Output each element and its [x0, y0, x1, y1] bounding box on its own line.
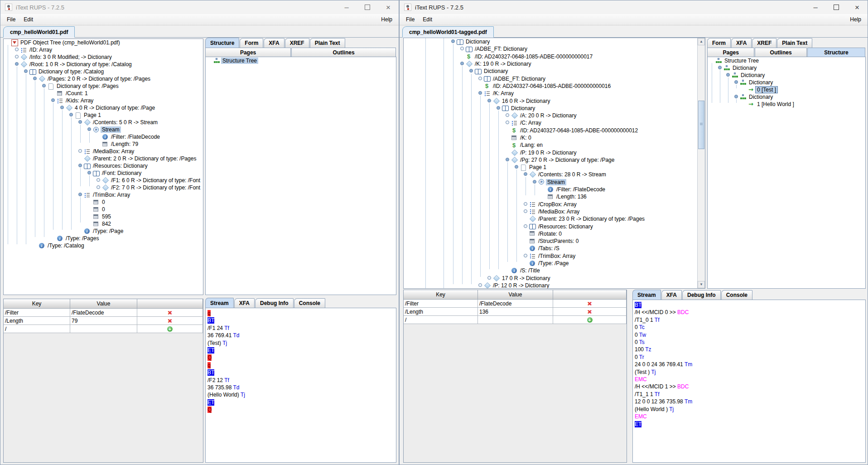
- expand-handle[interactable]: [451, 39, 456, 44]
- expand-handle[interactable]: [734, 80, 739, 85]
- tree-row[interactable]: /Type: /Pages: [4, 235, 203, 242]
- menu-edit[interactable]: Edit: [419, 15, 436, 24]
- tab-plain-text[interactable]: Plain Text: [310, 38, 345, 48]
- tree-row[interactable]: /Type: /Page: [4, 228, 203, 235]
- scrollbar-thumb[interactable]: [698, 101, 704, 149]
- tab-outlines[interactable]: Outlines: [755, 48, 807, 57]
- tab-form[interactable]: Form: [707, 38, 731, 48]
- minimize-button[interactable]: ─: [336, 0, 357, 14]
- tree-row[interactable]: /F1: 6 0 R -> Dictionary of type: /Font: [4, 177, 203, 184]
- tree-row[interactable]: Structure Tree: [708, 57, 865, 64]
- delete-row-button[interactable]: ×: [588, 300, 592, 307]
- expand-handle[interactable]: [523, 209, 529, 214]
- expand-handle[interactable]: [87, 170, 92, 176]
- tree-row[interactable]: PDF Object Tree (cmp_helloWorld01.pdf): [4, 39, 203, 46]
- tree-row[interactable]: Dictionary: [708, 72, 865, 79]
- kv-key-cell[interactable]: /Length: [404, 308, 478, 315]
- expand-handle[interactable]: [523, 253, 529, 259]
- tree-row[interactable]: /Contents: 28 0 R -> Stream: [404, 171, 697, 178]
- tree-row[interactable]: /TrimBox: Array: [4, 191, 203, 199]
- expand-handle[interactable]: [478, 76, 483, 82]
- scroll-up-button[interactable]: ▲: [698, 38, 705, 45]
- tree-row[interactable]: Stream: [404, 179, 697, 186]
- tree-row[interactable]: /P: 12 0 R -> Dictionary: [404, 282, 697, 288]
- kv-header-value[interactable]: Value: [70, 299, 137, 308]
- tree-row[interactable]: /Rotate: 0: [404, 230, 697, 237]
- expand-handle[interactable]: [505, 157, 511, 163]
- kv-value-cell[interactable]: [478, 316, 553, 324]
- tree-row[interactable]: /ID: Array: [4, 46, 203, 53]
- tree-row[interactable]: 1 [Hello World ]: [708, 101, 865, 108]
- expand-handle[interactable]: [487, 98, 492, 104]
- expand-handle[interactable]: [478, 283, 483, 288]
- expand-handle[interactable]: [523, 224, 529, 229]
- tree-row[interactable]: Page 1: [4, 111, 203, 119]
- expand-handle[interactable]: [14, 54, 20, 60]
- expand-handle[interactable]: [96, 178, 101, 183]
- expand-handle[interactable]: [726, 73, 731, 78]
- tree-row[interactable]: Dictionary: [404, 68, 697, 75]
- tab-stream[interactable]: Stream: [632, 290, 661, 300]
- tab-structure[interactable]: Structure: [205, 38, 239, 48]
- stream-editor[interactable]: qBT/F1 24 Tf36 769.41 Td(Test) TjETQqBT/…: [205, 308, 396, 463]
- expand-handle[interactable]: [718, 65, 723, 71]
- tab-console[interactable]: Console: [721, 290, 752, 300]
- tree-row[interactable]: /MediaBox: Array: [404, 208, 697, 215]
- tree-row[interactable]: /Info: 3 0 R Modified; -> Dictionary: [4, 53, 203, 61]
- tree-row[interactable]: /Parent: 23 0 R -> Dictionary of type: /…: [404, 215, 697, 223]
- kv-key-cell[interactable]: /Length: [4, 317, 70, 325]
- expand-handle[interactable]: [487, 276, 492, 281]
- kv-header-actions[interactable]: [137, 299, 203, 308]
- kv-header-key[interactable]: Key: [4, 299, 70, 308]
- tree-row[interactable]: /F2: 7 0 R -> Dictionary of type: /Font: [4, 184, 203, 191]
- delete-row-button[interactable]: ×: [588, 308, 592, 315]
- expand-handle[interactable]: [460, 61, 465, 67]
- tree-row[interactable]: /Filter: /FlateDecode: [404, 186, 697, 193]
- tree-row[interactable]: /Resources: Dictionary: [404, 223, 697, 230]
- expand-handle[interactable]: [496, 106, 502, 111]
- tree-row[interactable]: /TrimBox: Array: [404, 252, 697, 260]
- tab-xref[interactable]: XREF: [752, 38, 776, 48]
- tab-structure[interactable]: Structure: [807, 48, 865, 57]
- tree-row[interactable]: /A: 20 0 R -> Dictionary: [404, 112, 697, 119]
- vertical-scrollbar[interactable]: ▲ ▼: [697, 38, 705, 288]
- tree-row[interactable]: /ADBE_FT: Dictionary: [404, 75, 697, 82]
- tree-row[interactable]: Dictionary of type: /Catalog: [4, 68, 203, 75]
- tree-row[interactable]: /ID: AD240327-0648-1085-ADBE-00000000001…: [404, 82, 697, 90]
- kv-key-cell[interactable]: /: [4, 325, 70, 333]
- tree-row[interactable]: /Type: /Page: [404, 260, 697, 267]
- maximize-button[interactable]: [357, 0, 378, 14]
- tree-row[interactable]: /Count: 1: [4, 90, 203, 97]
- delete-row-button[interactable]: ×: [168, 317, 172, 324]
- kv-header-key[interactable]: Key: [404, 290, 478, 299]
- tree-row[interactable]: /MediaBox: Array: [4, 148, 203, 155]
- tab-xfa[interactable]: XFA: [731, 38, 752, 48]
- expand-handle[interactable]: [33, 76, 38, 82]
- tree-row[interactable]: 842: [4, 220, 203, 228]
- tree-row[interactable]: 0: [4, 206, 203, 213]
- tree-row[interactable]: 4 0 R -> Dictionary of type: /Page: [4, 104, 203, 111]
- close-button[interactable]: ×: [378, 0, 399, 14]
- tab-debug-info[interactable]: Debug Info: [255, 298, 294, 308]
- expand-handle[interactable]: [734, 94, 739, 100]
- tree-row[interactable]: /ID: AD240327-0648-1085-ADBE-00000000001…: [404, 127, 697, 134]
- tree-row[interactable]: 0: [4, 199, 203, 206]
- kv-value-cell[interactable]: [70, 325, 137, 333]
- tab-pages[interactable]: Pages: [707, 48, 754, 57]
- tab-outlines[interactable]: Outlines: [291, 48, 396, 57]
- kv-value-cell[interactable]: 79: [70, 317, 137, 325]
- add-row-button[interactable]: +: [587, 317, 593, 323]
- delete-row-button[interactable]: ×: [168, 309, 172, 316]
- tree-row[interactable]: /P: 19 0 R -> Dictionary: [404, 149, 697, 156]
- tree-row[interactable]: /Kids: Array: [4, 97, 203, 104]
- tree-row[interactable]: /Resources: Dictionary: [4, 162, 203, 170]
- document-tab[interactable]: cmp_helloWorld01-tagged.pdf: [402, 26, 494, 38]
- tree-row[interactable]: /Parent: 2 0 R -> Dictionary of type: /P…: [4, 155, 203, 162]
- tree-row[interactable]: /ADBE_FT: Dictionary: [404, 45, 697, 53]
- tree-row[interactable]: /Root: 1 0 R -> Dictionary of type: /Cat…: [4, 61, 203, 68]
- expand-handle[interactable]: [96, 185, 101, 190]
- tree-row[interactable]: Structure Tree: [206, 57, 396, 64]
- expand-handle[interactable]: [24, 69, 29, 74]
- tab-console[interactable]: Console: [294, 298, 325, 308]
- tab-xref[interactable]: XREF: [285, 38, 309, 48]
